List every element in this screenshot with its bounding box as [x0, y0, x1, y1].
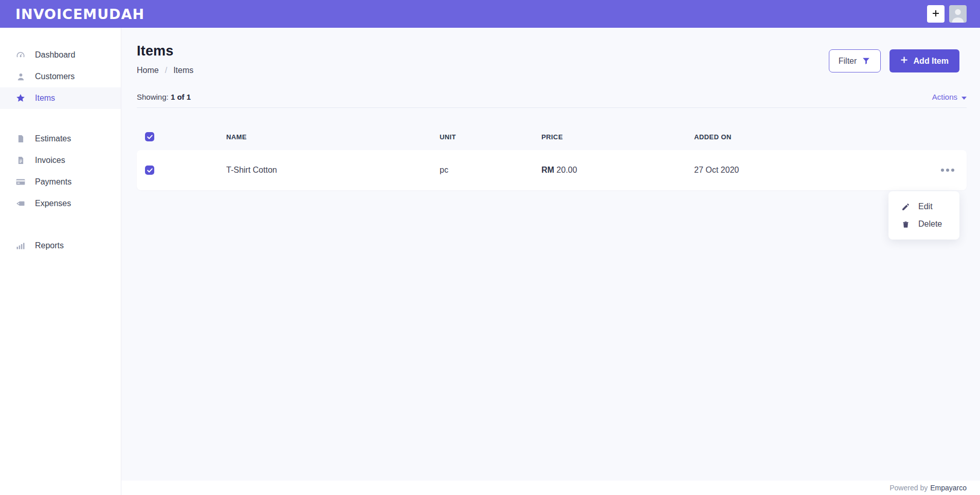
page-actions: Filter Add Item	[829, 49, 959, 72]
showing-label: Showing:	[137, 93, 169, 101]
user-avatar[interactable]	[949, 5, 967, 23]
star-icon	[15, 93, 26, 103]
select-all-checkbox[interactable]	[145, 132, 154, 141]
topbar-actions	[927, 5, 967, 23]
sidebar-item-reports[interactable]: Reports	[0, 235, 121, 256]
sidebar-item-items[interactable]: Items	[0, 87, 121, 109]
filter-button[interactable]: Filter	[829, 49, 881, 72]
top-header: INVOICEMUDAH	[0, 0, 980, 28]
showing-count: Showing: 1 of 1	[137, 93, 191, 101]
sidebar-item-label: Expenses	[35, 199, 71, 208]
items-table: NAME UNIT PRICE ADDED ON T-Shirt Cotton …	[121, 108, 980, 190]
sidebar-item-label: Estimates	[35, 134, 71, 143]
showing-value: 1 of 1	[171, 93, 191, 101]
avatar-placeholder-icon	[949, 5, 967, 23]
row-context-menu: Edit Delete	[888, 191, 959, 240]
plus-icon	[932, 9, 940, 19]
breadcrumb-separator: /	[165, 66, 167, 75]
sidebar-item-invoices[interactable]: Invoices	[0, 150, 121, 171]
sidebar-item-estimates[interactable]: Estimates	[0, 128, 121, 150]
sidebar-item-customers[interactable]: Customers	[0, 66, 121, 87]
page-footer: Powered by Empayarco	[121, 481, 980, 495]
footer-brand-link[interactable]: Empayarco	[930, 484, 967, 492]
row-checkbox[interactable]	[145, 166, 154, 175]
table-row: T-Shirt Cotton pc RM 20.00 27 Oct 2020	[137, 150, 967, 190]
actions-label: Actions	[932, 93, 957, 101]
tag-icon	[15, 198, 26, 209]
ellipsis-icon	[941, 169, 944, 172]
actions-dropdown[interactable]: Actions	[932, 93, 967, 101]
breadcrumb-home-link[interactable]: Home	[137, 66, 159, 75]
row-actions-menu-button[interactable]	[940, 166, 955, 175]
sidebar-item-label: Reports	[35, 241, 64, 250]
plus-icon	[900, 56, 908, 66]
cell-item-price: RM 20.00	[541, 166, 694, 175]
sidebar-section-gap	[0, 214, 121, 235]
app-logo: INVOICEMUDAH	[15, 6, 144, 22]
filter-button-label: Filter	[839, 57, 857, 66]
chevron-down-icon	[961, 93, 967, 101]
cell-item-added-on: 27 Oct 2020	[694, 166, 939, 175]
gauge-icon	[15, 50, 26, 60]
main-content: Items Home / Items Filter Add Item	[121, 28, 980, 495]
quick-add-button[interactable]	[927, 5, 945, 23]
price-currency: RM	[541, 166, 554, 174]
credit-card-icon	[15, 177, 26, 187]
sidebar-nav: Dashboard Customers Items Estimates Inv	[0, 28, 121, 495]
user-icon	[15, 71, 26, 82]
column-header-name: NAME	[226, 133, 440, 141]
add-item-button-label: Add Item	[914, 57, 949, 66]
file-text-icon	[15, 155, 26, 166]
add-item-button[interactable]: Add Item	[890, 49, 959, 72]
sidebar-item-label: Payments	[35, 177, 71, 187]
sidebar-item-dashboard[interactable]: Dashboard	[0, 44, 121, 66]
context-menu-delete[interactable]: Delete	[888, 215, 959, 233]
price-amount: 20.00	[556, 166, 577, 174]
cell-item-name: T-Shirt Cotton	[226, 166, 440, 175]
list-toolbar: Showing: 1 of 1 Actions	[121, 93, 980, 101]
column-header-added-on: ADDED ON	[694, 133, 939, 141]
trash-icon	[901, 220, 910, 229]
bar-chart-icon	[15, 241, 26, 251]
sidebar-item-payments[interactable]: Payments	[0, 171, 121, 193]
funnel-icon	[862, 57, 870, 65]
sidebar-section-gap	[0, 109, 121, 128]
sidebar-item-label: Invoices	[35, 156, 65, 165]
pencil-icon	[901, 203, 910, 211]
column-header-price: PRICE	[541, 133, 694, 141]
context-menu-edit[interactable]: Edit	[888, 198, 959, 215]
context-menu-item-label: Delete	[918, 219, 942, 229]
sidebar-item-expenses[interactable]: Expenses	[0, 193, 121, 214]
table-header-row: NAME UNIT PRICE ADDED ON	[137, 108, 967, 150]
breadcrumb-current: Items	[173, 66, 193, 75]
column-header-unit: UNIT	[440, 133, 541, 141]
file-icon	[15, 134, 26, 144]
cell-item-unit: pc	[440, 166, 541, 175]
sidebar-item-label: Items	[35, 94, 55, 103]
powered-by-label: Powered by	[890, 484, 928, 492]
sidebar-item-label: Dashboard	[35, 50, 75, 60]
context-menu-item-label: Edit	[918, 202, 933, 211]
sidebar-item-label: Customers	[35, 72, 75, 81]
